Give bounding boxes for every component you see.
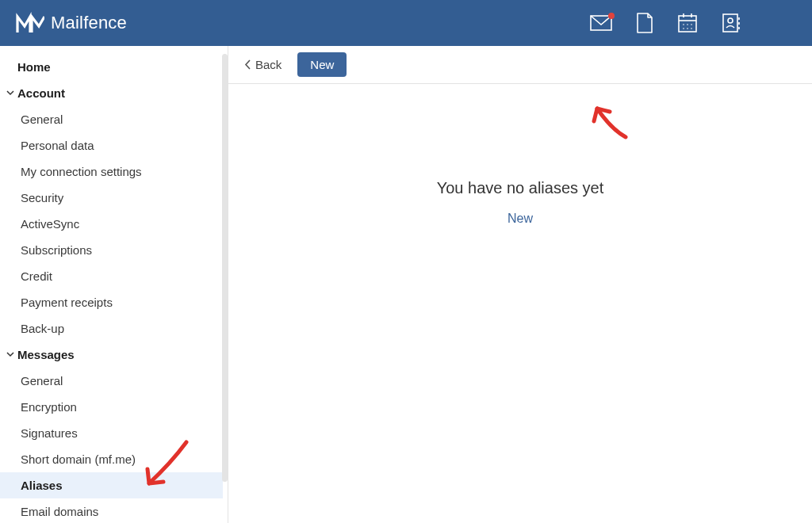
sidebar-item-general[interactable]: General [0,106,223,132]
sidebar-item-my-connection-settings[interactable]: My connection settings [0,158,223,185]
sidebar-item-home[interactable]: Home [0,54,223,80]
sidebar-item-security[interactable]: Security [0,185,223,211]
sidebar-item-personal-data[interactable]: Personal data [0,132,223,158]
back-label: Back [255,58,282,71]
sidebar-section-account[interactable]: Account [0,80,223,106]
sidebar-item-label: Signatures [21,426,78,440]
svg-point-5 [683,24,684,25]
sidebar-item-label: Back-up [21,322,64,335]
sidebar: HomeAccountGeneralPersonal dataMy connec… [0,46,228,523]
scrollbar-thumb[interactable] [222,54,228,482]
svg-rect-1 [679,16,696,32]
back-button[interactable]: Back [244,58,282,71]
brand[interactable]: Mailfence [16,12,127,34]
svg-point-10 [691,28,692,29]
sidebar-item-encryption[interactable]: Encryption [0,394,223,420]
sidebar-item-label: General [21,374,63,387]
sidebar-item-payment-receipts[interactable]: Payment receipts [0,289,223,315]
sidebar-item-label: My connection settings [21,165,142,178]
calendar-icon[interactable] [677,13,698,33]
svg-point-6 [687,24,688,25]
empty-state-new-link[interactable]: New [508,212,533,225]
sidebar-item-label: Subscriptions [21,243,92,257]
scrollbar-track[interactable] [222,54,228,482]
chevron-left-icon [244,59,251,70]
svg-point-12 [728,18,733,23]
sidebar-item-label: ActiveSync [21,217,79,231]
sidebar-item-activesync[interactable]: ActiveSync [0,211,223,237]
brand-name: Mailfence [51,13,127,33]
sidebar-item-aliases[interactable]: Aliases [0,472,223,498]
brand-logo-icon [16,12,44,34]
sidebar-item-label: General [21,113,63,126]
sidebar-item-label: Payment receipts [21,296,113,309]
chevron-down-icon [5,90,16,96]
sidebar-item-label: Encryption [21,400,77,414]
sidebar-item-back-up[interactable]: Back-up [0,315,223,342]
svg-point-9 [687,28,688,29]
sidebar-item-signatures[interactable]: Signatures [0,420,223,446]
svg-point-8 [683,28,684,29]
sidebar-item-email-domains[interactable]: Email domains [0,498,223,523]
sidebar-item-label: Short domain (mf.me) [21,452,136,466]
sidebar-item-credit[interactable]: Credit [0,263,223,289]
sidebar-item-label: Credit [21,269,52,283]
sidebar-item-label: Email domains [21,505,98,518]
document-icon[interactable] [636,13,653,33]
sidebar-item-label: Messages [17,348,75,361]
contacts-icon[interactable] [722,13,741,33]
sidebar-item-label: Personal data [21,139,94,152]
sidebar-item-label: Home [17,60,51,74]
sidebar-item-short-domain-mf-me[interactable]: Short domain (mf.me) [0,446,223,472]
svg-point-7 [691,24,692,25]
sidebar-item-label: Aliases [21,479,63,492]
sidebar-item-label: Account [17,86,65,100]
chevron-down-icon [5,352,16,357]
sidebar-item-subscriptions[interactable]: Subscriptions [0,237,223,263]
sidebar-section-messages[interactable]: Messages [0,342,223,368]
empty-state-title: You have no aliases yet [228,179,812,197]
new-button[interactable]: New [297,52,347,77]
notification-dot-icon [608,13,615,19]
sidebar-item-label: Security [21,191,63,204]
sidebar-item-general[interactable]: General [0,368,223,394]
mail-icon[interactable] [590,15,612,31]
